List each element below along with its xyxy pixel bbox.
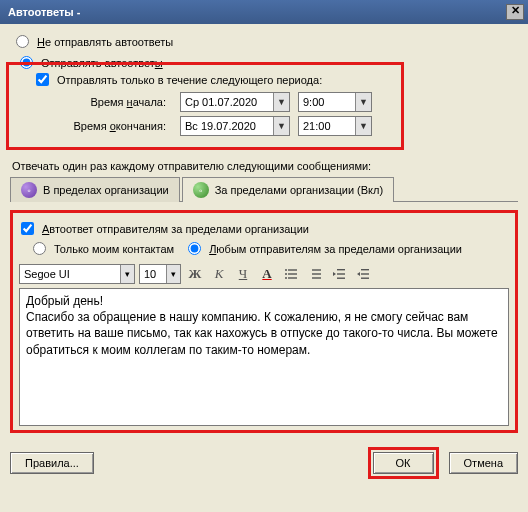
window-title: Автоответы - <box>8 6 506 18</box>
end-date-input[interactable] <box>181 117 273 135</box>
svg-rect-11 <box>337 273 345 274</box>
svg-marker-13 <box>357 272 360 276</box>
indent-icon <box>356 267 370 281</box>
svg-rect-16 <box>361 278 369 279</box>
reply-caption: Отвечать один раз каждому отправителю сл… <box>12 160 518 172</box>
numbers-icon <box>308 267 322 281</box>
tab-outside-org[interactable]: ◦ За пределами организации (Вкл) <box>182 177 394 202</box>
svg-point-4 <box>285 277 287 279</box>
font-select[interactable]: ▾ <box>19 264 135 284</box>
svg-rect-12 <box>337 278 345 279</box>
start-time-input[interactable] <box>299 93 355 111</box>
svg-point-0 <box>285 269 287 271</box>
svg-rect-14 <box>361 269 369 270</box>
dropdown-icon[interactable]: ▼ <box>273 117 289 135</box>
tab-inside-label: В пределах организации <box>43 184 169 196</box>
cancel-button[interactable]: Отмена <box>449 452 518 474</box>
svg-rect-8 <box>312 277 321 278</box>
outdent-icon <box>332 267 346 281</box>
svg-rect-15 <box>361 273 369 274</box>
bullet-list-button[interactable] <box>281 264 301 284</box>
close-icon[interactable]: ✕ <box>506 4 524 20</box>
outside-enable-checkbox[interactable] <box>21 222 34 235</box>
tabs: ◦ В пределах организации ◦ За пределами … <box>10 176 518 202</box>
dont-send-label: Не отправлять автоответы <box>37 36 173 48</box>
person-icon: ◦ <box>21 182 37 198</box>
dropdown-icon[interactable]: ▾ <box>166 265 180 283</box>
tab-outside-label: За пределами организации (Вкл) <box>215 184 383 196</box>
svg-rect-7 <box>312 273 321 274</box>
highlight-box-outside: Автоответ отправителям за пределами орга… <box>10 210 518 433</box>
svg-point-2 <box>285 273 287 275</box>
any-senders-label: Любым отправителям за пределами организа… <box>209 243 462 255</box>
message-editor[interactable]: Добрый день! Спасибо за обращение в нашу… <box>19 288 509 426</box>
svg-rect-6 <box>312 269 321 270</box>
font-size-select[interactable]: ▾ <box>139 264 181 284</box>
rules-button[interactable]: Правила... <box>10 452 94 474</box>
only-contacts-label: Только моим контактам <box>54 243 174 255</box>
highlight-box-ok: ОК <box>368 447 439 479</box>
format-toolbar: ▾ ▾ Ж К Ч A <box>19 264 509 284</box>
bullets-icon <box>284 267 298 281</box>
send-label: Отправлять автоответы <box>41 57 163 69</box>
globe-icon: ◦ <box>193 182 209 198</box>
dropdown-icon[interactable]: ▾ <box>120 265 134 283</box>
only-contacts-radio[interactable] <box>33 242 46 255</box>
outside-enable-label: Автоответ отправителям за пределами орга… <box>42 223 309 235</box>
svg-rect-5 <box>288 277 297 278</box>
end-time-combo[interactable]: ▼ <box>298 116 372 136</box>
any-senders-radio[interactable] <box>188 242 201 255</box>
end-date-combo[interactable]: ▼ <box>180 116 290 136</box>
start-time-combo[interactable]: ▼ <box>298 92 372 112</box>
svg-rect-3 <box>288 273 297 274</box>
dropdown-icon[interactable]: ▼ <box>355 93 371 111</box>
svg-rect-10 <box>337 269 345 270</box>
dropdown-icon[interactable]: ▼ <box>273 93 289 111</box>
period-checkbox[interactable] <box>36 73 49 86</box>
titlebar: Автоответы - ✕ <box>0 0 528 24</box>
underline-button[interactable]: Ч <box>233 264 253 284</box>
tab-inside-org[interactable]: ◦ В пределах организации <box>10 177 180 202</box>
ok-button[interactable]: ОК <box>373 452 434 474</box>
send-radio[interactable] <box>20 56 33 69</box>
bold-button[interactable]: Ж <box>185 264 205 284</box>
end-time-input[interactable] <box>299 117 355 135</box>
indent-button[interactable] <box>353 264 373 284</box>
font-color-button[interactable]: A <box>257 264 277 284</box>
period-label: Отправлять только в течение следующего п… <box>57 74 322 86</box>
outdent-button[interactable] <box>329 264 349 284</box>
italic-button[interactable]: К <box>209 264 229 284</box>
dropdown-icon[interactable]: ▼ <box>355 117 371 135</box>
start-date-combo[interactable]: ▼ <box>180 92 290 112</box>
dont-send-radio[interactable] <box>16 35 29 48</box>
numbered-list-button[interactable] <box>305 264 325 284</box>
font-size-input[interactable] <box>140 265 166 283</box>
start-date-input[interactable] <box>181 93 273 111</box>
svg-rect-1 <box>288 269 297 270</box>
font-input[interactable] <box>20 265 120 283</box>
svg-marker-9 <box>333 272 336 276</box>
